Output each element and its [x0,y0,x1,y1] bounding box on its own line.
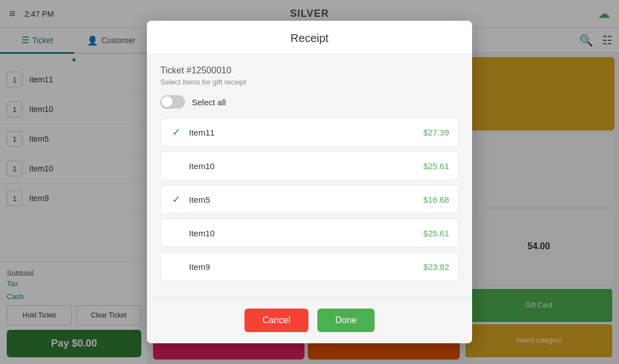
receipt-item-name: Item11 [189,128,417,137]
select-hint: Select items for gift receipt [160,78,459,86]
done-button[interactable]: Done [317,309,375,332]
receipt-item-name: Item10 [189,228,417,238]
receipt-item[interactable]: ✓ Item10 $25.61 [160,151,459,180]
receipt-modal: Receipt Ticket #12500010 Select items fo… [147,21,472,343]
receipt-item-price: $16.68 [423,195,449,204]
receipt-item[interactable]: ✓ Item10 $25.61 [160,218,459,248]
receipt-item[interactable]: ✓ Item9 $23.82 [160,252,459,281]
modal-title: Receipt [290,32,329,44]
receipt-item-price: $27.39 [423,128,449,137]
select-all-row: Select all [160,95,459,109]
receipt-item-price: $25.61 [423,161,449,171]
check-icon: ✓ [170,160,182,172]
check-icon: ✓ [170,260,182,273]
receipt-item-name: Item9 [189,262,417,272]
ticket-number: Ticket #12500010 [160,66,459,76]
modal-footer: Cancel Done [147,297,472,343]
check-icon: ✓ [170,227,182,239]
receipt-item[interactable]: ✓ Item11 $27.39 [160,118,459,147]
cancel-button[interactable]: Cancel [244,309,308,332]
select-all-label: Select all [192,97,226,107]
check-icon: ✓ [170,126,182,138]
modal-overlay: Receipt Ticket #12500010 Select items fo… [0,0,619,364]
receipt-item-price: $25.61 [423,228,449,238]
select-all-toggle[interactable] [160,95,185,109]
receipt-item-price: $23.82 [423,262,449,272]
check-icon: ✓ [170,193,182,206]
receipt-item[interactable]: ✓ Item5 $16.68 [160,185,459,214]
modal-body: Ticket #12500010 Select items for gift r… [147,54,472,297]
receipt-item-name: Item10 [189,161,417,171]
receipt-item-name: Item5 [189,195,417,204]
modal-header: Receipt [147,21,472,54]
